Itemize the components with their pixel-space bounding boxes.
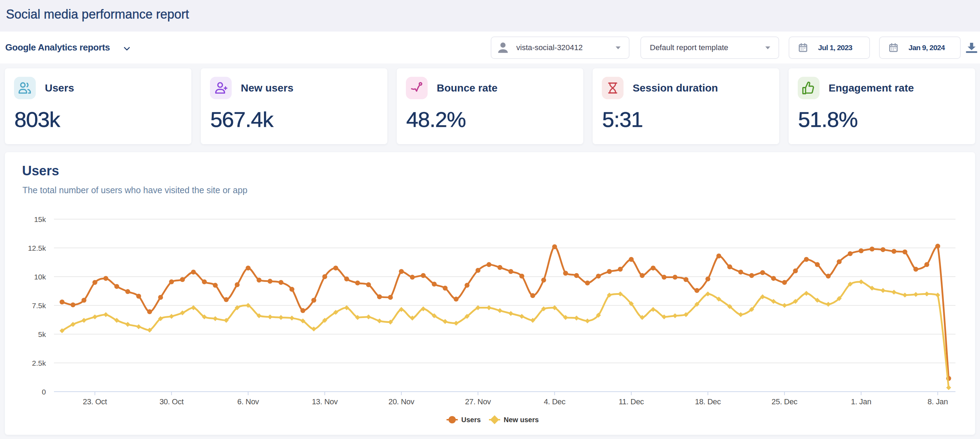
svg-text:27. Nov: 27. Nov [465, 397, 491, 406]
svg-text:18. Dec: 18. Dec [695, 397, 721, 406]
svg-text:11. Dec: 11. Dec [619, 397, 644, 406]
svg-text:1. Jan: 1. Jan [851, 397, 871, 406]
svg-text:20. Nov: 20. Nov [388, 397, 414, 406]
svg-text:12.5k: 12.5k [28, 244, 46, 252]
svg-text:10k: 10k [34, 273, 46, 281]
svg-text:15k: 15k [34, 215, 46, 223]
svg-text:5k: 5k [38, 330, 46, 338]
svg-text:25. Dec: 25. Dec [772, 397, 797, 406]
svg-text:13. Nov: 13. Nov [312, 397, 338, 406]
svg-text:8. Jan: 8. Jan [928, 397, 948, 406]
svg-text:4. Dec: 4. Dec [544, 397, 565, 406]
svg-text:30. Oct: 30. Oct [159, 397, 184, 406]
svg-text:7.5k: 7.5k [32, 302, 46, 310]
svg-text:6. Nov: 6. Nov [237, 397, 259, 406]
svg-text:0: 0 [42, 388, 46, 396]
svg-text:Users: Users [461, 416, 481, 423]
svg-text:23. Oct: 23. Oct [83, 397, 107, 406]
svg-text:2.5k: 2.5k [32, 359, 46, 367]
svg-text:New users: New users [504, 416, 539, 423]
